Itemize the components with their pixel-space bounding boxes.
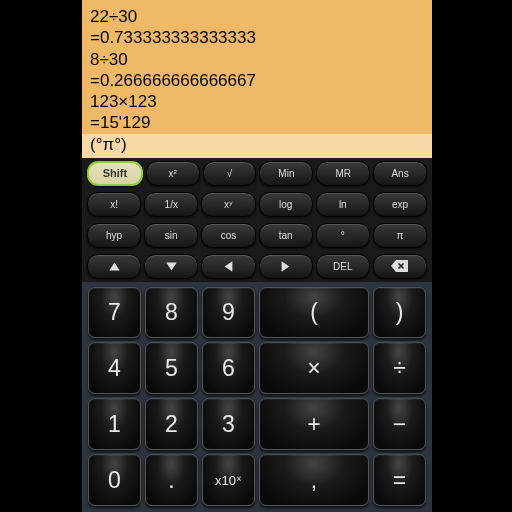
triangle-down-icon [165, 260, 178, 273]
history-line: =0.733333333333333 [90, 27, 424, 48]
min-button[interactable]: Min [259, 161, 313, 186]
triangle-left-icon [222, 260, 235, 273]
cursor-left-button[interactable] [201, 254, 255, 279]
power-button[interactable]: xʸ [201, 192, 255, 217]
cos-button[interactable]: cos [201, 223, 255, 248]
reciprocal-button[interactable]: 1/x [144, 192, 198, 217]
pi-button[interactable]: π [373, 223, 427, 248]
backspace-icon [391, 260, 408, 272]
sin-button[interactable]: sin [144, 223, 198, 248]
digit-4-button[interactable]: 4 [88, 342, 141, 394]
history-line: 8÷30 [90, 49, 424, 70]
exp-button[interactable]: exp [373, 192, 427, 217]
digit-9-button[interactable]: 9 [202, 287, 255, 339]
function-row-1: Shift x² √ Min MR Ans [82, 158, 432, 189]
mr-button[interactable]: MR [316, 161, 370, 186]
cursor-right-button[interactable] [259, 254, 313, 279]
open-paren-button[interactable]: ( [259, 287, 369, 339]
triangle-up-icon [108, 260, 121, 273]
number-pad: 7 8 9 ( ) 4 5 6 × ÷ 1 2 3 + − 0 . x10ˣ ,… [82, 282, 432, 512]
digit-0-button[interactable]: 0 [88, 454, 141, 506]
backspace-button[interactable] [373, 254, 427, 279]
hyp-button[interactable]: hyp [87, 223, 141, 248]
digit-3-button[interactable]: 3 [202, 398, 255, 450]
comma-button[interactable]: , [259, 454, 369, 506]
triangle-right-icon [279, 260, 292, 273]
function-row-2: x! 1/x xʸ log ln exp [82, 189, 432, 220]
display-history: 22÷30 =0.733333333333333 8÷30 =0.2666666… [82, 0, 432, 134]
function-row-4: DEL [82, 251, 432, 282]
digit-6-button[interactable]: 6 [202, 342, 255, 394]
ans-button[interactable]: Ans [373, 161, 427, 186]
digit-8-button[interactable]: 8 [145, 287, 198, 339]
multiply-button[interactable]: × [259, 342, 369, 394]
degree-button[interactable]: ° [316, 223, 370, 248]
digit-2-button[interactable]: 2 [145, 398, 198, 450]
history-line: =15'129 [90, 112, 424, 133]
digit-1-button[interactable]: 1 [88, 398, 141, 450]
function-row-3: hyp sin cos tan ° π [82, 220, 432, 251]
sqrt-button[interactable]: √ [203, 161, 257, 186]
history-line: 123×123 [90, 91, 424, 112]
exp10-button[interactable]: x10ˣ [202, 454, 255, 506]
history-line: 22÷30 [90, 6, 424, 27]
history-line: =0.266666666666667 [90, 70, 424, 91]
tan-button[interactable]: tan [259, 223, 313, 248]
log-button[interactable]: log [259, 192, 313, 217]
digit-5-button[interactable]: 5 [145, 342, 198, 394]
display-input: (°π°) [82, 134, 432, 158]
digit-7-button[interactable]: 7 [88, 287, 141, 339]
cursor-up-button[interactable] [87, 254, 141, 279]
shift-button[interactable]: Shift [87, 161, 143, 186]
del-button[interactable]: DEL [316, 254, 370, 279]
calculator-app: 22÷30 =0.733333333333333 8÷30 =0.2666666… [82, 0, 432, 512]
square-button[interactable]: x² [146, 161, 200, 186]
divide-button[interactable]: ÷ [373, 342, 426, 394]
close-paren-button[interactable]: ) [373, 287, 426, 339]
factorial-button[interactable]: x! [87, 192, 141, 217]
decimal-button[interactable]: . [145, 454, 198, 506]
cursor-down-button[interactable] [144, 254, 198, 279]
minus-button[interactable]: − [373, 398, 426, 450]
equals-button[interactable]: = [373, 454, 426, 506]
ln-button[interactable]: ln [316, 192, 370, 217]
plus-button[interactable]: + [259, 398, 369, 450]
exp10-label: x10ˣ [215, 473, 242, 488]
